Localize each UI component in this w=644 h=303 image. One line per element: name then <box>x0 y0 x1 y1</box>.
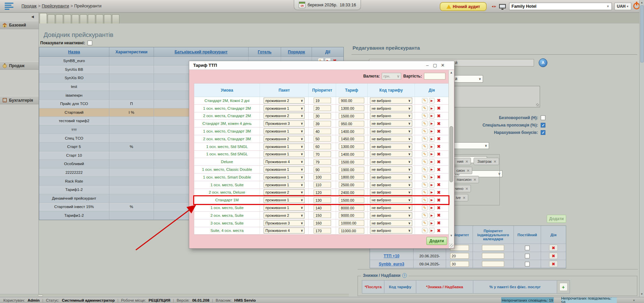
edit-icon[interactable]: ✎ <box>422 190 428 195</box>
tariff-code-select[interactable]: не вибрано∨ <box>370 197 412 203</box>
package-select[interactable]: Проживання 3∨ <box>264 220 305 226</box>
maximize-icon[interactable]: ▢ <box>432 62 438 68</box>
tariff-link[interactable]: Synbb_euro3 <box>379 262 404 266</box>
delete-icon[interactable]: ✖ <box>436 159 442 164</box>
priority-input[interactable]: 130 <box>314 197 331 203</box>
copy-icon[interactable]: ▶ <box>429 228 435 233</box>
package-select[interactable]: Проживання 3∨ <box>264 120 305 127</box>
horizontal-scrollbar[interactable] <box>0 294 349 297</box>
copy-icon[interactable]: ▶ <box>429 159 435 164</box>
power-icon[interactable] <box>633 3 640 9</box>
tariff-code-select[interactable]: не вибрано∨ <box>370 166 412 172</box>
individual-calendar-input[interactable] <box>482 245 504 251</box>
permanent-checkbox[interactable] <box>525 246 530 250</box>
priority-input[interactable]: 150 <box>314 212 331 218</box>
scroll-down-icon[interactable]: ▼ <box>640 293 644 296</box>
priority-input[interactable]: 110 <box>314 182 331 188</box>
tab[interactable] <box>40 13 47 23</box>
scrollbar-thumb[interactable] <box>640 5 644 62</box>
chevron-down-icon[interactable]: ▼ <box>633 299 635 302</box>
tariff-code-select[interactable]: не вибрано∨ <box>370 174 412 180</box>
tab[interactable] <box>64 14 71 23</box>
column-header-order[interactable]: Порядок <box>281 47 312 56</box>
remove-tag-icon[interactable]: ✕ <box>466 187 468 191</box>
tariff-input[interactable]: 8000.00 <box>339 205 364 211</box>
help-icon[interactable]: ? <box>402 273 407 278</box>
priority-input[interactable]: 20 <box>450 253 469 259</box>
edit-icon[interactable]: ✎ <box>422 151 428 157</box>
tariff-input[interactable]: 1500.00 <box>339 113 364 119</box>
menu-icon[interactable] <box>5 3 15 10</box>
tab[interactable] <box>72 14 79 23</box>
delete-icon[interactable]: ✖ <box>436 151 442 157</box>
tariff-input[interactable]: 1450.00 <box>339 136 364 142</box>
package-select[interactable]: проживання 2∨ <box>264 113 305 119</box>
tariff-input[interactable]: 9000.00 <box>339 212 364 218</box>
delete-icon[interactable]: ✖ <box>436 121 442 126</box>
package-select[interactable]: проживання 1∨ <box>264 128 305 134</box>
edit-icon[interactable]: ✎ <box>422 98 428 103</box>
priority-input[interactable]: 100 <box>314 174 331 180</box>
copy-icon[interactable]: ▶ <box>429 182 435 188</box>
tariff-code-select[interactable]: не вибрано∨ <box>370 189 412 195</box>
edit-icon[interactable]: ✎ <box>422 228 428 233</box>
tariff-input[interactable]: 1300.00 <box>339 144 364 149</box>
tab[interactable] <box>104 14 111 23</box>
edit-icon[interactable]: ✎ <box>422 182 428 188</box>
package-select[interactable]: проживання 1∨ <box>264 151 305 157</box>
breadcrumb-link-pricelists[interactable]: Прейскуранти <box>42 4 69 8</box>
priority-input[interactable]: 19 <box>314 98 331 103</box>
tariff-input[interactable]: 2500.00 <box>339 182 364 188</box>
tariff-code-select[interactable]: не вибрано∨ <box>370 98 412 104</box>
tariff-input[interactable]: 10000.00 <box>339 220 364 226</box>
tariff-code-select[interactable]: не вибрано∨ <box>370 120 412 127</box>
priority-input[interactable]: 79 <box>314 159 331 165</box>
tariff-code-select[interactable]: не вибрано∨ <box>370 144 412 150</box>
priority-input[interactable]: 120 <box>314 190 331 195</box>
scrollbar-thumb[interactable] <box>449 126 453 182</box>
copy-icon[interactable]: ▶ <box>429 136 435 142</box>
priority-input[interactable]: 70 <box>314 151 331 157</box>
copy-icon[interactable]: ▶ <box>429 129 435 134</box>
delete-icon[interactable]: ✖ <box>436 174 442 180</box>
tariff-code-select[interactable]: не вибрано∨ <box>370 182 412 188</box>
edit-icon[interactable]: ✎ <box>422 197 428 203</box>
package-select[interactable]: Проживання 4∨ <box>264 228 305 234</box>
sidebar-item[interactable] <box>0 58 39 60</box>
edit-icon[interactable]: ✎ <box>422 144 428 149</box>
tab[interactable] <box>96 14 103 23</box>
checkbox[interactable] <box>541 115 545 120</box>
copy-icon[interactable]: ▶ <box>429 144 435 149</box>
tab[interactable] <box>80 14 87 23</box>
delete-icon[interactable]: ✖ <box>436 98 442 103</box>
package-select[interactable]: проживання 2∨ <box>264 189 305 195</box>
tariff-input[interactable]: 2400.00 <box>339 190 364 195</box>
priority-input[interactable]: 30 <box>450 261 469 267</box>
delete-icon[interactable]: ✖ <box>549 245 558 251</box>
edit-icon[interactable]: ✎ <box>422 167 428 172</box>
tariff-code-select[interactable]: не вибрано∨ <box>370 151 412 157</box>
copy-icon[interactable]: ▶ <box>429 174 435 180</box>
copy-icon[interactable]: ▶ <box>429 167 435 172</box>
priority-input[interactable]: 140 <box>314 205 331 211</box>
copy-icon[interactable]: ▶ <box>429 220 435 226</box>
remove-tag-icon[interactable]: ✕ <box>466 160 468 163</box>
priority-input[interactable]: 50 <box>314 136 331 142</box>
tariff-code-select[interactable]: не вибрано∨ <box>370 113 412 119</box>
tab[interactable] <box>112 14 119 23</box>
dialog-title-bar[interactable]: Тариф ТТП <box>189 61 454 70</box>
priority-input[interactable]: 90 <box>314 167 331 172</box>
package-select[interactable]: проживання 2∨ <box>264 98 305 104</box>
show-inactive-checkbox[interactable] <box>88 41 92 45</box>
checkbox[interactable] <box>541 123 545 128</box>
tariff-code-select[interactable]: не вибрано∨ <box>370 136 412 142</box>
delete-icon[interactable]: ✖ <box>436 106 442 111</box>
column-header-name[interactable]: Назва <box>39 47 109 56</box>
edit-icon[interactable]: ✎ <box>422 113 428 118</box>
column-header-parent[interactable]: Батьківський прейскурант <box>154 47 248 56</box>
package-select[interactable]: проживання 1∨ <box>264 182 305 188</box>
tariff-link[interactable]: ТТП +10 <box>384 254 399 258</box>
tariff-input[interactable]: 1300.00 <box>339 105 364 111</box>
delete-icon[interactable]: ✖ <box>549 253 558 259</box>
messages-badge[interactable]: Непрочитаних повідомлень: 58 <box>561 297 617 303</box>
